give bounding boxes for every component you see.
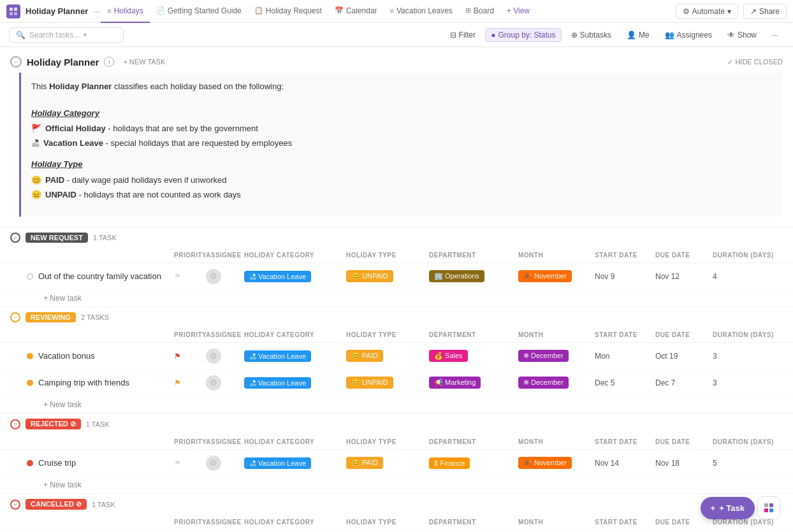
filter-button[interactable]: ⊟ Filter xyxy=(444,28,482,42)
me-button[interactable]: 👤 Me xyxy=(621,28,655,42)
tab-vacation-leaves[interactable]: ≡ Vacation Leaves xyxy=(384,0,459,23)
group-new-request-header: − NEW REQUEST 1 TASK xyxy=(0,227,793,248)
grid-icon xyxy=(764,503,774,513)
month-tag[interactable]: 🍂 November xyxy=(518,270,572,282)
department-tag[interactable]: 📢 Marketing xyxy=(429,377,481,389)
add-task-button[interactable]: + New task xyxy=(0,396,793,413)
automate-button[interactable]: ⚙ Automate ▾ xyxy=(676,4,738,19)
month-tag[interactable]: ❄ December xyxy=(518,350,569,362)
group-new-request-count: 1 TASK xyxy=(93,234,117,241)
group-new-request-badge[interactable]: NEW REQUEST xyxy=(25,233,88,243)
holiday-type-tag[interactable]: 😊 UNPAID xyxy=(346,377,393,389)
group-cancelled-toggle[interactable]: − xyxy=(10,500,20,510)
subtasks-button[interactable]: ⊕ Subtasks xyxy=(565,28,617,42)
hide-closed-label: ✓ HIDE CLOSED xyxy=(727,58,783,66)
table-header-cancelled: PRIORITY ASSIGNEE HOLIDAY CATEGORY HOLID… xyxy=(0,515,793,530)
due-date-cell: Oct 19 xyxy=(655,352,713,361)
col-due-date: DUE DATE xyxy=(655,250,713,260)
tab-calendar-icon: 📅 xyxy=(335,6,344,15)
due-date-cell: Dec 7 xyxy=(655,378,713,387)
main-content: − Holiday Planner i + NEW TASK ✓ HIDE CL… xyxy=(0,47,793,532)
start-date-cell: Mon xyxy=(595,352,655,361)
tab-board-icon: ⊞ xyxy=(465,6,471,15)
holiday-category-tag[interactable]: 🏖 Vacation Leave xyxy=(244,350,311,362)
group-rejected-toggle[interactable]: − xyxy=(10,419,20,429)
type-section: Holiday Type 😊 PAID - daily wage paid ho… xyxy=(31,158,773,201)
department-tag[interactable]: $ Finance xyxy=(429,457,470,469)
month-tag[interactable]: 🍂 November xyxy=(518,457,572,469)
type-item-2: 😐 UNPAID - holidays that are not counted… xyxy=(31,189,773,202)
task-status-dot xyxy=(27,460,33,466)
me-icon: 👤 xyxy=(627,31,636,40)
assignees-button[interactable]: 👥 Assignees xyxy=(659,28,718,42)
department-tag[interactable]: 🏢 Operations xyxy=(429,270,484,282)
holiday-type-tag[interactable]: 😊 UNPAID xyxy=(346,270,393,282)
tab-holiday-request[interactable]: 📋 Holiday Request xyxy=(248,0,328,23)
svg-rect-4 xyxy=(764,503,768,507)
nav-tabs: ≡ Holidays 📄 Getting Started Guide 📋 Hol… xyxy=(101,0,536,23)
app-menu-dots[interactable]: ··· xyxy=(93,7,99,16)
group-rejected-badge[interactable]: REJECTED ⊘ xyxy=(25,419,81,429)
duration-cell: 3 xyxy=(713,352,783,361)
tab-getting-started[interactable]: 📄 Getting Started Guide xyxy=(150,0,248,23)
group-reviewing-toggle[interactable]: − xyxy=(10,312,20,322)
task-name[interactable]: Camping trip with friends xyxy=(38,378,129,387)
task-name[interactable]: Vacation bonus xyxy=(38,351,95,361)
tab-board[interactable]: ⊞ Board xyxy=(459,0,500,23)
svg-rect-6 xyxy=(764,508,768,512)
category-item-2: 🏖 Vacation Leave - special holidays that… xyxy=(31,137,773,150)
col-assignee: ASSIGNEE xyxy=(206,250,244,260)
priority-flag-icon: ⚑ xyxy=(174,378,181,387)
group-new-request-toggle[interactable]: − xyxy=(10,233,20,243)
holiday-category-tag[interactable]: 🏖 Vacation Leave xyxy=(244,271,311,282)
tab-calendar[interactable]: 📅 Calendar xyxy=(328,0,384,23)
holiday-type-tag[interactable]: 😊 PAID xyxy=(346,457,383,469)
group-cancelled-header: − CANCELLED ⊘ 1 TASK xyxy=(0,493,793,515)
add-task-fab[interactable]: + + Task xyxy=(701,497,755,519)
table-header-rejected: PRIORITY ASSIGNEE HOLIDAY CATEGORY HOLID… xyxy=(0,435,793,450)
group-new-request: − NEW REQUEST 1 TASK PRIORITY ASSIGNEE H… xyxy=(0,227,793,306)
new-task-button[interactable]: + NEW TASK xyxy=(119,57,169,67)
add-task-button[interactable]: + New task xyxy=(0,477,793,493)
search-chevron-icon: ▾ xyxy=(84,31,87,38)
task-row: Cruise trip ⚑ ⚙ 🏖 Vacation Leave 😊 PAID … xyxy=(0,450,793,477)
planner-info-icon[interactable]: i xyxy=(104,57,114,67)
due-date-cell: Nov 12 xyxy=(655,272,713,281)
share-icon: ↗ xyxy=(750,7,757,16)
type-item-1: 😊 PAID - daily wage paid holidays even i… xyxy=(31,174,773,187)
more-options-button[interactable]: ··· xyxy=(766,28,784,42)
holiday-type-tag[interactable]: 😊 PAID xyxy=(346,350,383,362)
group-by-button[interactable]: ● Group by: Status xyxy=(485,28,561,42)
share-button[interactable]: ↗ Share xyxy=(743,4,787,19)
toolbar-right: ⊟ Filter ● Group by: Status ⊕ Subtasks 👤… xyxy=(444,28,784,42)
hide-closed-button[interactable]: ✓ HIDE CLOSED xyxy=(727,58,783,66)
task-name[interactable]: Cruise trip xyxy=(38,458,76,468)
add-task-button[interactable]: + New task xyxy=(0,290,793,306)
show-button[interactable]: 👁 Show xyxy=(722,28,762,42)
planner-collapse-toggle[interactable]: − xyxy=(10,56,22,68)
plus-icon: + xyxy=(711,503,716,513)
tab-holidays-icon: ≡ xyxy=(107,7,111,15)
task-name[interactable]: Out of the country family vacation xyxy=(38,271,161,281)
svg-rect-2 xyxy=(10,12,13,15)
tab-add-view[interactable]: + View xyxy=(500,0,536,23)
search-input[interactable]: 🔍 Search tasks... ▾ xyxy=(9,27,124,43)
assignee-avatar: ⚙ xyxy=(206,456,221,471)
svg-rect-0 xyxy=(10,8,13,11)
holiday-category-tag[interactable]: 🏖 Vacation Leave xyxy=(244,377,311,389)
grid-view-button[interactable] xyxy=(757,496,780,519)
app-icon xyxy=(6,4,20,18)
group-reviewing-badge[interactable]: REVIEWING xyxy=(25,312,76,322)
category-item-1: 🚩 Official Holiday - holidays that are s… xyxy=(31,122,773,136)
month-tag[interactable]: ❄ December xyxy=(518,377,569,389)
col-month: MONTH xyxy=(518,250,595,260)
automate-chevron: ▾ xyxy=(727,7,731,16)
group-cancelled-badge[interactable]: CANCELLED ⊘ xyxy=(25,499,87,510)
automate-icon: ⚙ xyxy=(683,7,690,16)
top-navigation: Holiday Planner ··· ≡ Holidays 📄 Getting… xyxy=(0,0,793,23)
holiday-category-tag[interactable]: 🏖 Vacation Leave xyxy=(244,457,311,469)
tab-holidays[interactable]: ≡ Holidays xyxy=(101,0,149,23)
svg-rect-5 xyxy=(769,503,773,507)
department-tag[interactable]: 💰 Sales xyxy=(429,350,468,362)
svg-rect-7 xyxy=(769,508,773,512)
